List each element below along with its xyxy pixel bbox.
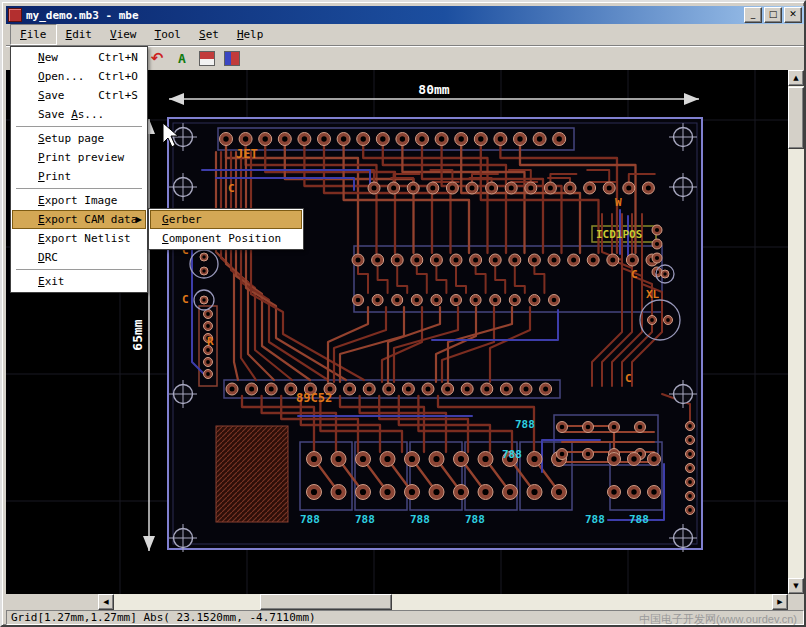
menu-item-open[interactable]: Open... Ctrl+O <box>12 67 146 86</box>
vertical-scrollbar[interactable]: ▲ ▼ <box>788 70 804 594</box>
menu-item-print-preview-label: Print preview <box>12 151 124 164</box>
horizontal-scroll-row: ◀ ▶ <box>6 594 788 610</box>
menu-view[interactable]: View <box>101 24 146 45</box>
submenu-item-component-position[interactable]: Component Position <box>150 229 302 248</box>
app-icon <box>8 8 22 22</box>
horizontal-scroll-thumb[interactable] <box>260 594 392 610</box>
scrollbar-corner <box>788 594 804 610</box>
svg-text:R: R <box>207 335 214 348</box>
svg-text:788: 788 <box>502 448 522 461</box>
title-bar[interactable]: my_demo.mb3 - mbe _ □ ✕ <box>6 6 804 24</box>
menu-item-open-label: Open... <box>12 70 84 83</box>
svg-text:C: C <box>625 372 632 385</box>
menu-item-setup-page[interactable]: Setup page <box>12 129 146 148</box>
undo-button[interactable]: ↶ <box>148 49 166 67</box>
horizontal-scrollbar[interactable]: ◀ ▶ <box>98 594 788 610</box>
svg-text:788: 788 <box>355 513 375 526</box>
menu-item-save-as-label: Save As... <box>12 108 104 121</box>
layer-swap-icon <box>224 51 240 66</box>
file-menu-dropdown: New Ctrl+N Open... Ctrl+O Save Ctrl+S Sa… <box>10 46 148 293</box>
cam-submenu: Gerber Component Position <box>148 208 304 250</box>
menu-item-export-cam-data-label: Export CAM data <box>12 213 137 226</box>
window-title: my_demo.mb3 - mbe <box>26 9 744 22</box>
layer-swap-button[interactable] <box>223 49 241 67</box>
submenu-item-gerber[interactable]: Gerber <box>150 210 302 229</box>
menu-item-export-netlist-label: Export Netlist <box>12 232 131 245</box>
submenu-item-component-position-label: Component Position <box>150 232 281 245</box>
svg-text:788: 788 <box>300 513 320 526</box>
menu-item-save-shortcut: Ctrl+S <box>98 89 146 102</box>
svg-text:80mm: 80mm <box>418 82 449 97</box>
svg-text:788: 788 <box>465 513 485 526</box>
svg-text:JET: JET <box>236 147 258 161</box>
menu-bar: File Edit View Tool Set Help <box>6 24 804 46</box>
menu-item-exit[interactable]: Exit <box>12 272 146 291</box>
menu-item-drc-label: DRC <box>12 251 58 264</box>
menu-item-export-cam-data[interactable]: Export CAM data ▶ <box>12 210 146 229</box>
menu-item-drc[interactable]: DRC <box>12 248 146 267</box>
svg-text:89C52: 89C52 <box>296 391 332 405</box>
minimize-button[interactable]: _ <box>744 7 762 23</box>
menu-item-print-preview[interactable]: Print preview <box>12 148 146 167</box>
menu-item-print[interactable]: Print <box>12 167 146 186</box>
menu-item-save-label: Save <box>12 89 65 102</box>
menu-item-exit-label: Exit <box>12 275 65 288</box>
menu-file[interactable]: File <box>10 24 57 45</box>
svg-text:XL: XL <box>646 288 660 301</box>
menu-set[interactable]: Set <box>190 24 228 45</box>
svg-text:ICD1POS: ICD1POS <box>596 228 642 241</box>
svg-text:W: W <box>615 196 622 209</box>
svg-text:65mm: 65mm <box>130 319 145 350</box>
submenu-arrow-icon: ▶ <box>136 215 142 224</box>
svg-text:788: 788 <box>629 513 649 526</box>
watermark-text: 中国电子开发网(www.ourdev.cn) <box>639 612 797 627</box>
menu-item-setup-page-label: Setup page <box>12 132 104 145</box>
svg-text:788: 788 <box>585 513 605 526</box>
menu-separator <box>16 126 142 127</box>
app-window: my_demo.mb3 - mbe _ □ ✕ File Edit View T… <box>0 0 806 627</box>
undo-icon: ↶ <box>151 49 164 67</box>
svg-text:788: 788 <box>410 513 430 526</box>
submenu-item-gerber-label: Gerber <box>150 213 202 226</box>
text-tool-icon: A <box>178 51 186 66</box>
menu-item-open-shortcut: Ctrl+O <box>98 70 146 83</box>
menu-item-save-as[interactable]: Save As... <box>12 105 146 124</box>
close-button[interactable]: ✕ <box>784 7 802 23</box>
menu-separator <box>16 188 142 189</box>
status-bar: Grid[1.27mm,1.27mm] Abs( 23.1520mm, -4.7… <box>6 610 804 625</box>
menu-item-new-label: New <box>12 51 58 64</box>
menu-separator <box>16 269 142 270</box>
menu-item-export-image[interactable]: Export Image <box>12 191 146 210</box>
maximize-button[interactable]: □ <box>764 7 782 23</box>
layer-color-button[interactable] <box>198 49 216 67</box>
menu-item-print-label: Print <box>12 170 71 183</box>
svg-text:C: C <box>228 182 235 195</box>
scroll-right-button[interactable]: ▶ <box>772 594 788 610</box>
vertical-scroll-thumb[interactable] <box>788 87 804 149</box>
copper-pour <box>216 426 288 522</box>
scroll-left-button[interactable]: ◀ <box>98 594 114 610</box>
menu-item-export-netlist[interactable]: Export Netlist <box>12 229 146 248</box>
menu-item-save[interactable]: Save Ctrl+S <box>12 86 146 105</box>
menu-item-new-shortcut: Ctrl+N <box>98 51 146 64</box>
status-grid-readout: Grid[1.27mm,1.27mm] Abs( 23.1520mm, -4.7… <box>7 611 316 624</box>
menu-help[interactable]: Help <box>228 24 273 45</box>
scroll-up-button[interactable]: ▲ <box>788 70 804 86</box>
menu-tool[interactable]: Tool <box>146 24 191 45</box>
menu-item-new[interactable]: New Ctrl+N <box>12 48 146 67</box>
scroll-down-button[interactable]: ▼ <box>788 578 804 594</box>
svg-text:C: C <box>182 293 189 306</box>
menu-edit[interactable]: Edit <box>57 24 102 45</box>
svg-text:788: 788 <box>515 418 535 431</box>
text-tool-button[interactable]: A <box>173 49 191 67</box>
menu-item-export-image-label: Export Image <box>12 194 117 207</box>
svg-text:C: C <box>631 268 638 281</box>
layer-color-icon <box>199 51 215 66</box>
